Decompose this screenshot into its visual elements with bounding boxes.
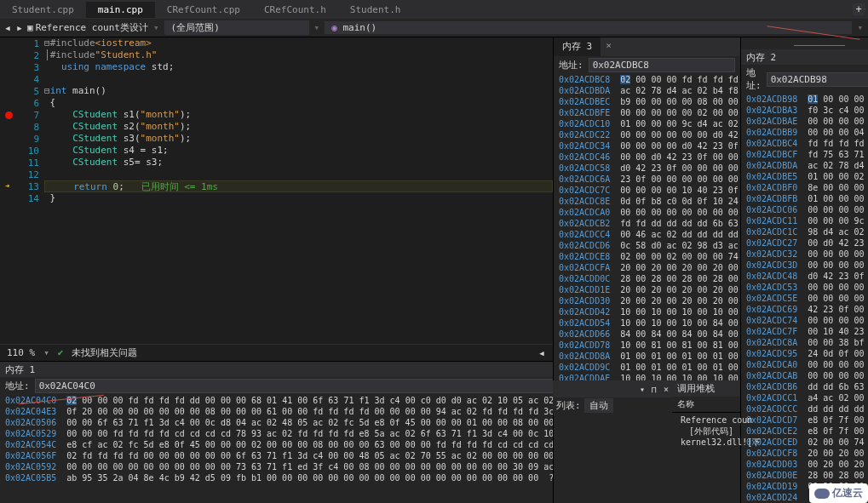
hex-row: 0x02ACDC32 00 00 00 00 00 00 d (746, 249, 863, 260)
hex-row: 0x02ACDCFA 20 00 20 00 20 00 20 00 20 00… (559, 262, 735, 273)
callstack-title: 调用堆栈 (677, 382, 715, 395)
hex-row: 0x02ACDC48 d0 42 23 0f 00 00 0 (746, 271, 863, 282)
hex-row: 0x02ACDCE8 02 00 00 02 00 00 00 74 00 00… (559, 251, 735, 262)
hex-row: 0x02ACDC74 00 00 00 00 00 00 0 (746, 315, 863, 326)
hex-row: 0x02ACDBA3 f0 3c c4 00 08 48 e8 (746, 105, 863, 116)
tab-main-cpp[interactable]: main.cpp (86, 2, 155, 18)
hex-row: 0x02ACDD03 00 20 00 20 00 20 0 (746, 459, 863, 470)
hex-row: 0x02ACDD78 10 00 81 00 81 00 81 00 81 00… (559, 340, 735, 351)
hex-row: 0x02ACDD42 10 00 10 00 10 00 10 00 10 00… (559, 306, 735, 317)
memory2-addr-input[interactable] (767, 72, 868, 87)
hex-row: 0x02ACDD30 20 00 20 00 20 00 20 00 48 00… (559, 295, 735, 306)
cloud-icon (814, 489, 830, 499)
hex-row: 0x02ACDC11 00 00 00 9c d4 ac 02 (746, 215, 863, 226)
scroll-left-icon[interactable]: ◀ (537, 349, 546, 357)
hex-row: 0x02ACDC58 d0 42 23 0f 00 00 00 00 00 00… (559, 163, 735, 174)
memory2-addr-label: 地址: (746, 66, 762, 92)
tab-student-cpp[interactable]: Student.cpp (0, 2, 86, 18)
watermark-badge: 亿速云 (809, 483, 868, 503)
hex-row: 0x02ACDCF8 20 00 20 00 20 00 2 (746, 448, 863, 459)
zoom-level[interactable]: 110 % (7, 347, 35, 358)
hex-row: 0x02ACDBDA ac 02 78 d4 ac 02 b (746, 160, 863, 171)
auto-close-icon[interactable]: × (664, 385, 669, 394)
auto-pin-icon[interactable]: ⊓ (652, 385, 657, 394)
callstack-row[interactable]: kernel32.dll![下 (677, 437, 735, 448)
hex-row: 0x02ACDCCC dd dd dd dd 2e 63 7 (746, 403, 863, 414)
hex-row: 0x02ACDC8A 00 00 38 bf 0d 0f b8 (746, 337, 863, 348)
nav-fwd-icon[interactable]: ▶ (15, 24, 24, 32)
hex-row: 0x02ACDD8A 01 00 01 00 01 00 01 00 01 00… (559, 351, 735, 362)
hex-row: 0x02ACDC69 42 23 0f 00 00 00 0 (746, 304, 863, 315)
memory3-close-icon[interactable]: × (601, 37, 617, 56)
memory3-addr-input[interactable] (589, 58, 735, 72)
hex-row: 0x02ACDBC8 02 00 00 00 fd fd fd fd 75 63… (559, 74, 735, 85)
hex-row: 0x02ACDBB9 00 00 00 04 00 00 0 (746, 127, 863, 138)
tab-crefcount-h[interactable]: CRefCount.h (252, 2, 338, 18)
scope-toolbar: ◀ ▶ ▣ Reference count类设计 ▾ (全局范围) ▾ ◉ ma… (0, 19, 868, 37)
nav-back-icon[interactable]: ◀ (3, 24, 12, 32)
hex-row: 0x02ACDD0E 28 00 28 00 28 00 20 (746, 470, 863, 481)
code-editor[interactable]: 1 2 3 4 5 6 7 8 9 10 11 12 ➔13 14 ⊟#incl… (0, 37, 553, 344)
hex-row: 0x02ACDBCF fd 75 63 71 eb 3c c4 (746, 149, 863, 160)
scope-project[interactable]: ▣ Reference count类设计 (27, 21, 148, 34)
hex-row: 0x02ACDC7F 00 10 40 23 0f 00 00 (746, 326, 863, 337)
hex-row: 0x02ACDBAE 00 00 00 00 00 00 0 (746, 116, 863, 127)
hex-row: 0x02ACDC22 00 00 00 00 00 00 d0 42 23 0f… (559, 129, 735, 140)
hex-row: 0x02ACDBC4 fd fd fd fd 02 00 0 (746, 138, 863, 149)
hex-row: 0x02ACDCED 02 00 00 74 00 00 0 (746, 437, 863, 448)
memory1-addr-input[interactable] (35, 379, 641, 393)
annotation-line (794, 45, 845, 46)
callstack-row[interactable]: Reference coun (677, 414, 735, 426)
hex-row: 0x02ACDD54 10 00 10 00 10 00 84 00 84 00… (559, 317, 735, 329)
hex-row: 0x02ACDC95 24 0d 0f 00 00 00 0 (746, 348, 863, 359)
memory3-panel: 内存 3 × 地址: 0x02ACDBC8 02 00 00 00 fd fd … (553, 37, 740, 503)
hex-row: 0x02ACDCB2 fd fd dd dd dd dd 6b 63 70 f4… (559, 218, 735, 229)
hex-row: 0x02ACDCC1 a4 ac 02 00 46 ac 02 (746, 392, 863, 403)
hex-row: 0x02ACDCA0 00 00 00 00 00 00 0 (746, 359, 863, 370)
memory2-panel: 内存 2 地址: 0x02ACDB98 01 00 00 00 48 e80x0… (740, 37, 868, 503)
auto-dropdown-icon[interactable]: ▾ (640, 385, 645, 394)
hex-row: 0x02ACDC27 00 d0 42 23 0f 00 00 (746, 237, 863, 249)
callstack-name-header: 名称 (672, 397, 740, 413)
hex-row: 0x02ACDCE2 e8 0f 7f 00 00 0c 58 (746, 426, 863, 437)
scope-function-dropdown[interactable]: main() (342, 22, 377, 33)
hex-row: 0x02ACDD0C 28 00 28 00 28 00 28 00 20 00… (559, 273, 735, 284)
func-icon: ◉ (331, 22, 342, 33)
tab-crefcount-cpp[interactable]: CRefCount.cpp (155, 2, 252, 18)
callstack-body[interactable]: Reference coun[外部代码]kernel32.dll![下 (672, 413, 740, 449)
hex-row: 0x02ACDC46 00 00 d0 42 23 0f 00 00 00 00… (559, 151, 735, 163)
hex-row: 0x02ACDBF0 8e 00 00 00 fd fd fd f (746, 182, 863, 193)
hex-row: 0x02ACDC10 01 00 00 00 9c d4 ac 02 00 00… (559, 118, 735, 129)
hex-row: 0x02ACDD9C 01 00 01 00 01 00 01 00 01 00… (559, 362, 735, 373)
new-split-icon[interactable]: + (853, 3, 865, 15)
hex-row: 0x02ACDD66 84 00 84 00 84 00 84 00 10 00… (559, 329, 735, 340)
hex-row: 0x02ACDC06 00 00 00 00 00 00 0 (746, 204, 863, 215)
memory1-addr-label: 地址: (5, 380, 30, 392)
scope-global-dropdown[interactable]: (全局范围) (164, 20, 309, 35)
hex-row: 0x02ACDC53 00 00 00 00 d0 42 2 (746, 282, 863, 293)
hex-row: 0x02ACDC8E 0d 0f b8 c0 0d 0f 10 24 00 00… (559, 196, 735, 207)
hex-row: 0x02ACDC6A 23 0f 00 00 00 00 00 00 00 00… (559, 174, 735, 185)
hex-row: 0x02ACDCD7 e8 0f 7f 00 00 00 0 (746, 414, 863, 426)
callstack-row[interactable]: [外部代码] (677, 426, 735, 437)
current-line-arrow-icon: ➔ (5, 181, 9, 190)
hex-row: 0x02ACDCB6 dd dd 6b 63 70 f4 27 (746, 381, 863, 392)
gutter: 1 2 3 4 5 6 7 8 9 10 11 12 ➔13 14 (0, 37, 44, 344)
breakpoint-icon[interactable] (5, 111, 13, 119)
memory2-title: 内存 2 (741, 49, 868, 65)
auto-mode-dropdown[interactable]: 自动 (584, 398, 613, 413)
hex-row: 0x02ACDBFB 01 00 00 00 00 00 0 (746, 193, 863, 204)
code-body[interactable]: ⊟#include<iostream> │#include"Student.h"… (44, 37, 553, 344)
hex-row: 0x02ACDCAB 00 00 00 00 00 00 0 (746, 370, 863, 381)
memory3-tab[interactable]: 内存 3 (554, 37, 601, 56)
hex-row: 0x02ACDC5E 00 00 00 00 00 00 0 (746, 293, 863, 304)
hex-row: 0x02ACDBEC b9 00 00 00 00 08 00 00 00 fd… (559, 96, 735, 107)
file-tabs: Student.cpp main.cpp CRefCount.cpp CRefC… (0, 0, 868, 19)
hex-row: 0x02ACDBE5 01 00 00 02 00 00 0 (746, 171, 863, 182)
hex-row: 0x02ACDBFE 00 00 00 00 00 02 00 00 02 00… (559, 107, 735, 118)
hex-row: 0x02ACDD1E 20 00 20 00 20 00 20 00 20 00… (559, 284, 735, 295)
hex-row: 0x02ACDC3D 00 00 00 00 00 00 0 (746, 260, 863, 271)
tab-student-h[interactable]: Student.h (338, 2, 413, 18)
memory3-addr-label: 地址: (559, 59, 583, 71)
hex-row: 0x02ACDCC4 00 46 ac 02 dd dd dd dd dd dd… (559, 229, 735, 240)
